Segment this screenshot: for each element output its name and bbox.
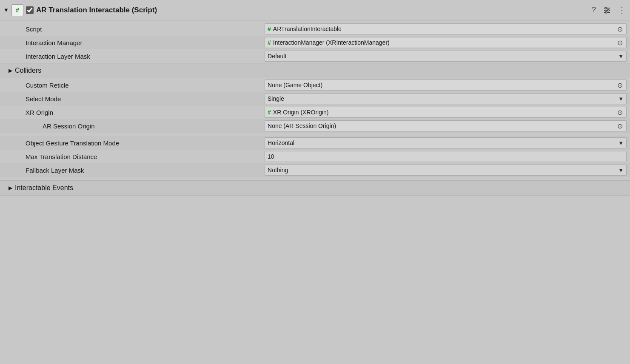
custom-reticle-value: None (Game Object) ⊙: [265, 80, 630, 91]
select-mode-dropdown-arrow-icon: ▼: [618, 96, 624, 102]
xr-origin-row: XR Origin # XR Origin (XROrigin) ⊙: [0, 105, 630, 119]
custom-reticle-row: Custom Reticle None (Game Object) ⊙: [0, 78, 630, 92]
script-row: Script # ARTranslationInteractable ⊙: [0, 22, 630, 36]
script-label: Script: [0, 26, 265, 33]
script-hash-icon: #: [268, 26, 271, 32]
interaction-manager-label: Interaction Manager: [0, 39, 265, 46]
interaction-manager-hash-icon: #: [268, 39, 271, 46]
colliders-label: Colliders: [15, 67, 41, 74]
ar-session-origin-label: AR Session Origin: [0, 122, 265, 130]
interaction-manager-value: # InteractionManager (XRInteractionManag…: [265, 37, 630, 48]
xr-origin-label: XR Origin: [0, 109, 265, 116]
interaction-manager-field[interactable]: # InteractionManager (XRInteractionManag…: [265, 37, 627, 48]
svg-point-5: [605, 11, 607, 13]
ar-session-origin-target-button[interactable]: ⊙: [616, 122, 624, 130]
svg-point-1: [605, 7, 607, 9]
object-gesture-dropdown[interactable]: Horizontal ▼: [265, 137, 627, 148]
max-translation-row: Max Translation Distance 10: [0, 150, 630, 163]
interactable-events-label: Interactable Events: [15, 184, 73, 192]
header-icons: ? ⋮: [591, 5, 627, 16]
fallback-layer-mask-value: Nothing ▼: [265, 165, 630, 176]
xr-origin-field-text: XR Origin (XROrigin): [273, 109, 616, 116]
object-gesture-value: Horizontal ▼: [265, 137, 630, 148]
max-translation-number: 10: [268, 153, 274, 160]
component-title: AR Translation Interactable (Script): [36, 6, 588, 14]
settings-button[interactable]: [602, 5, 612, 15]
script-field[interactable]: # ARTranslationInteractable ⊙: [265, 23, 627, 34]
interaction-layer-mask-row: Interaction Layer Mask Default ▼: [0, 49, 630, 63]
custom-reticle-field[interactable]: None (Game Object) ⊙: [265, 80, 627, 91]
fallback-layer-mask-row: Fallback Layer Mask Nothing ▼: [0, 163, 630, 177]
script-field-text: ARTranslationInteractable: [273, 26, 616, 32]
colliders-arrow-icon: ▶: [9, 68, 12, 74]
fallback-layer-mask-dropdown-text: Nothing: [268, 167, 618, 173]
xr-origin-target-button[interactable]: ⊙: [616, 108, 624, 117]
interactable-events-section-header[interactable]: ▶ Interactable Events: [0, 180, 630, 196]
help-button[interactable]: ?: [591, 5, 597, 15]
ar-session-origin-field[interactable]: None (AR Session Origin) ⊙: [265, 120, 627, 131]
script-value: # ARTranslationInteractable ⊙: [265, 23, 630, 34]
fallback-layer-mask-dropdown[interactable]: Nothing ▼: [265, 165, 627, 176]
xr-origin-value: # XR Origin (XROrigin) ⊙: [265, 107, 630, 118]
ar-session-origin-field-text: None (AR Session Origin): [268, 122, 616, 129]
settings-icon: [603, 6, 611, 14]
component-enabled-checkbox[interactable]: [26, 6, 34, 14]
interaction-manager-target-button[interactable]: ⊙: [616, 39, 624, 47]
separator-1: [0, 133, 630, 136]
interaction-layer-mask-dropdown[interactable]: Default ▼: [265, 51, 627, 62]
interaction-manager-row: Interaction Manager # InteractionManager…: [0, 36, 630, 49]
object-gesture-dropdown-arrow-icon: ▼: [618, 140, 624, 146]
custom-reticle-target-button[interactable]: ⊙: [616, 81, 624, 89]
interaction-layer-mask-value: Default ▼: [265, 51, 630, 62]
object-gesture-dropdown-text: Horizontal: [268, 139, 618, 146]
more-options-button[interactable]: ⋮: [617, 5, 627, 16]
xr-origin-field[interactable]: # XR Origin (XROrigin) ⊙: [265, 107, 627, 118]
fallback-layer-mask-dropdown-arrow-icon: ▼: [618, 167, 624, 173]
select-mode-dropdown[interactable]: Single ▼: [265, 93, 627, 104]
separator-2: [0, 177, 630, 180]
max-translation-input[interactable]: 10: [265, 151, 627, 162]
component-header: ▼ # AR Translation Interactable (Script)…: [0, 0, 630, 20]
collapse-arrow-icon[interactable]: ▼: [3, 7, 9, 13]
custom-reticle-label: Custom Reticle: [0, 82, 265, 89]
select-mode-dropdown-text: Single: [268, 95, 618, 102]
script-target-button[interactable]: ⊙: [616, 25, 624, 33]
select-mode-row: Select Mode Single ▼: [0, 92, 630, 105]
interactable-events-arrow-icon: ▶: [9, 185, 12, 191]
script-hash-badge: #: [11, 4, 23, 16]
object-gesture-row: Object Gesture Translation Mode Horizont…: [0, 136, 630, 150]
interaction-manager-field-text: InteractionManager (XRInteractionManager…: [273, 39, 616, 46]
xr-origin-hash-icon: #: [268, 109, 271, 116]
max-translation-label: Max Translation Distance: [0, 153, 265, 160]
ar-session-origin-value: None (AR Session Origin) ⊙: [265, 120, 630, 131]
fallback-layer-mask-label: Fallback Layer Mask: [0, 167, 265, 174]
interaction-layer-mask-label: Interaction Layer Mask: [0, 53, 265, 60]
interaction-layer-mask-dropdown-text: Default: [268, 53, 618, 60]
custom-reticle-field-text: None (Game Object): [268, 82, 616, 88]
svg-point-3: [607, 9, 609, 11]
properties-container: Script # ARTranslationInteractable ⊙ Int…: [0, 20, 630, 197]
ar-session-origin-row: AR Session Origin None (AR Session Origi…: [0, 119, 630, 133]
select-mode-label: Select Mode: [0, 95, 265, 102]
inspector-panel: ▼ # AR Translation Interactable (Script)…: [0, 0, 630, 197]
colliders-section-header[interactable]: ▶ Colliders: [0, 63, 630, 78]
select-mode-value: Single ▼: [265, 93, 630, 104]
object-gesture-label: Object Gesture Translation Mode: [0, 139, 265, 147]
interaction-layer-mask-dropdown-arrow-icon: ▼: [618, 53, 624, 60]
max-translation-value: 10: [265, 151, 630, 162]
